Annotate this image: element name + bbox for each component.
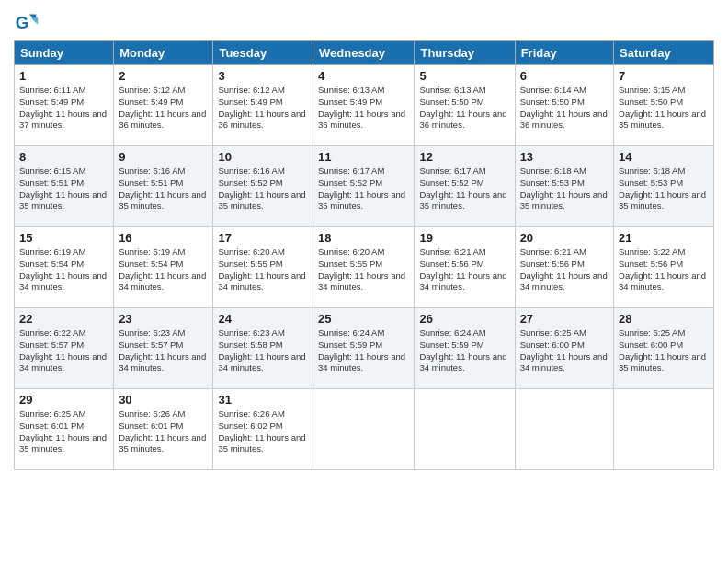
day-cell: 25 Sunrise: 6:24 AMSunset: 5:59 PMDaylig… bbox=[313, 308, 415, 389]
day-number: 8 bbox=[19, 150, 108, 164]
day-detail: Sunrise: 6:25 AMSunset: 6:00 PMDaylight:… bbox=[619, 327, 706, 373]
weekday-tuesday: Tuesday bbox=[213, 41, 313, 65]
day-detail: Sunrise: 6:18 AMSunset: 5:53 PMDaylight:… bbox=[520, 166, 608, 211]
day-cell: 6 Sunrise: 6:14 AMSunset: 5:50 PMDayligh… bbox=[515, 65, 613, 146]
day-number: 1 bbox=[19, 69, 108, 83]
weekday-monday: Monday bbox=[114, 41, 213, 65]
day-cell bbox=[415, 389, 515, 470]
day-detail: Sunrise: 6:22 AMSunset: 5:56 PMDaylight:… bbox=[619, 247, 706, 292]
day-cell: 16 Sunrise: 6:19 AMSunset: 5:54 PMDaylig… bbox=[114, 227, 213, 308]
day-number: 25 bbox=[318, 312, 409, 326]
day-cell: 3 Sunrise: 6:12 AMSunset: 5:49 PMDayligh… bbox=[213, 65, 313, 146]
day-cell: 26 Sunrise: 6:24 AMSunset: 5:59 PMDaylig… bbox=[415, 308, 515, 389]
day-number: 10 bbox=[218, 150, 308, 164]
day-cell: 7 Sunrise: 6:15 AMSunset: 5:50 PMDayligh… bbox=[614, 65, 714, 146]
day-number: 17 bbox=[218, 231, 308, 245]
day-number: 23 bbox=[119, 312, 208, 326]
day-detail: Sunrise: 6:24 AMSunset: 5:59 PMDaylight:… bbox=[419, 327, 506, 373]
day-number: 20 bbox=[520, 231, 609, 245]
day-detail: Sunrise: 6:25 AMSunset: 6:00 PMDaylight:… bbox=[520, 327, 608, 373]
day-cell bbox=[614, 389, 714, 470]
day-detail: Sunrise: 6:19 AMSunset: 5:54 PMDaylight:… bbox=[19, 247, 107, 292]
day-cell: 8 Sunrise: 6:15 AMSunset: 5:51 PMDayligh… bbox=[15, 146, 114, 227]
page: G SundayMondayTuesdayWednesdayThursdayFr… bbox=[0, 0, 728, 479]
week-row-4: 22 Sunrise: 6:22 AMSunset: 5:57 PMDaylig… bbox=[15, 308, 714, 389]
day-detail: Sunrise: 6:23 AMSunset: 5:57 PMDaylight:… bbox=[119, 327, 206, 373]
weekday-header-row: SundayMondayTuesdayWednesdayThursdayFrid… bbox=[15, 41, 714, 65]
day-cell: 19 Sunrise: 6:21 AMSunset: 5:56 PMDaylig… bbox=[415, 227, 515, 308]
day-number: 21 bbox=[619, 231, 709, 245]
day-detail: Sunrise: 6:25 AMSunset: 6:01 PMDaylight:… bbox=[19, 408, 107, 454]
week-row-2: 8 Sunrise: 6:15 AMSunset: 5:51 PMDayligh… bbox=[15, 146, 714, 227]
day-number: 31 bbox=[218, 393, 308, 407]
logo: G bbox=[14, 9, 43, 35]
weekday-thursday: Thursday bbox=[415, 41, 515, 65]
week-row-1: 1 Sunrise: 6:11 AMSunset: 5:49 PMDayligh… bbox=[15, 65, 714, 146]
day-cell: 30 Sunrise: 6:26 AMSunset: 6:01 PMDaylig… bbox=[114, 389, 213, 470]
day-number: 6 bbox=[520, 69, 609, 83]
day-number: 18 bbox=[318, 231, 409, 245]
day-cell: 24 Sunrise: 6:23 AMSunset: 5:58 PMDaylig… bbox=[213, 308, 313, 389]
day-cell: 20 Sunrise: 6:21 AMSunset: 5:56 PMDaylig… bbox=[515, 227, 613, 308]
day-detail: Sunrise: 6:14 AMSunset: 5:50 PMDaylight:… bbox=[520, 85, 608, 130]
day-detail: Sunrise: 6:11 AMSunset: 5:49 PMDaylight:… bbox=[19, 85, 107, 130]
day-detail: Sunrise: 6:16 AMSunset: 5:51 PMDaylight:… bbox=[119, 166, 206, 211]
day-detail: Sunrise: 6:18 AMSunset: 5:53 PMDaylight:… bbox=[619, 166, 706, 211]
calendar: SundayMondayTuesdayWednesdayThursdayFrid… bbox=[14, 40, 714, 470]
day-number: 2 bbox=[119, 69, 208, 83]
day-cell: 10 Sunrise: 6:16 AMSunset: 5:52 PMDaylig… bbox=[213, 146, 313, 227]
day-detail: Sunrise: 6:21 AMSunset: 5:56 PMDaylight:… bbox=[520, 247, 608, 292]
weekday-wednesday: Wednesday bbox=[313, 41, 415, 65]
day-number: 16 bbox=[119, 231, 208, 245]
day-cell: 27 Sunrise: 6:25 AMSunset: 6:00 PMDaylig… bbox=[515, 308, 613, 389]
day-number: 29 bbox=[19, 393, 108, 407]
day-number: 3 bbox=[218, 69, 308, 83]
day-number: 26 bbox=[419, 312, 509, 326]
day-detail: Sunrise: 6:21 AMSunset: 5:56 PMDaylight:… bbox=[419, 247, 506, 292]
day-cell bbox=[313, 389, 415, 470]
day-detail: Sunrise: 6:22 AMSunset: 5:57 PMDaylight:… bbox=[19, 327, 107, 373]
week-row-5: 29 Sunrise: 6:25 AMSunset: 6:01 PMDaylig… bbox=[15, 389, 714, 470]
day-cell: 21 Sunrise: 6:22 AMSunset: 5:56 PMDaylig… bbox=[614, 227, 714, 308]
day-number: 28 bbox=[619, 312, 709, 326]
day-cell bbox=[515, 389, 613, 470]
day-detail: Sunrise: 6:12 AMSunset: 5:49 PMDaylight:… bbox=[119, 85, 206, 130]
day-number: 5 bbox=[419, 69, 509, 83]
day-cell: 13 Sunrise: 6:18 AMSunset: 5:53 PMDaylig… bbox=[515, 146, 613, 227]
svg-text:G: G bbox=[16, 13, 29, 32]
day-number: 27 bbox=[520, 312, 609, 326]
day-cell: 15 Sunrise: 6:19 AMSunset: 5:54 PMDaylig… bbox=[15, 227, 114, 308]
day-detail: Sunrise: 6:26 AMSunset: 6:01 PMDaylight:… bbox=[119, 408, 206, 454]
day-cell: 23 Sunrise: 6:23 AMSunset: 5:57 PMDaylig… bbox=[114, 308, 213, 389]
day-number: 15 bbox=[19, 231, 108, 245]
weekday-friday: Friday bbox=[515, 41, 613, 65]
day-number: 19 bbox=[419, 231, 509, 245]
day-cell: 1 Sunrise: 6:11 AMSunset: 5:49 PMDayligh… bbox=[15, 65, 114, 146]
day-number: 11 bbox=[318, 150, 409, 164]
day-cell: 22 Sunrise: 6:22 AMSunset: 5:57 PMDaylig… bbox=[15, 308, 114, 389]
day-cell: 17 Sunrise: 6:20 AMSunset: 5:55 PMDaylig… bbox=[213, 227, 313, 308]
week-row-3: 15 Sunrise: 6:19 AMSunset: 5:54 PMDaylig… bbox=[15, 227, 714, 308]
day-cell: 28 Sunrise: 6:25 AMSunset: 6:00 PMDaylig… bbox=[614, 308, 714, 389]
day-detail: Sunrise: 6:20 AMSunset: 5:55 PMDaylight:… bbox=[218, 247, 305, 292]
day-cell: 29 Sunrise: 6:25 AMSunset: 6:01 PMDaylig… bbox=[15, 389, 114, 470]
day-number: 9 bbox=[119, 150, 208, 164]
day-detail: Sunrise: 6:15 AMSunset: 5:50 PMDaylight:… bbox=[619, 85, 706, 130]
day-cell: 12 Sunrise: 6:17 AMSunset: 5:52 PMDaylig… bbox=[415, 146, 515, 227]
day-cell: 2 Sunrise: 6:12 AMSunset: 5:49 PMDayligh… bbox=[114, 65, 213, 146]
day-detail: Sunrise: 6:26 AMSunset: 6:02 PMDaylight:… bbox=[218, 408, 305, 454]
day-number: 7 bbox=[619, 69, 709, 83]
day-cell: 5 Sunrise: 6:13 AMSunset: 5:50 PMDayligh… bbox=[415, 65, 515, 146]
day-number: 24 bbox=[218, 312, 308, 326]
svg-marker-2 bbox=[31, 17, 38, 24]
day-number: 22 bbox=[19, 312, 108, 326]
day-cell: 4 Sunrise: 6:13 AMSunset: 5:49 PMDayligh… bbox=[313, 65, 415, 146]
day-number: 30 bbox=[119, 393, 208, 407]
day-cell: 9 Sunrise: 6:16 AMSunset: 5:51 PMDayligh… bbox=[114, 146, 213, 227]
day-detail: Sunrise: 6:23 AMSunset: 5:58 PMDaylight:… bbox=[218, 327, 305, 373]
day-cell: 11 Sunrise: 6:17 AMSunset: 5:52 PMDaylig… bbox=[313, 146, 415, 227]
day-detail: Sunrise: 6:20 AMSunset: 5:55 PMDaylight:… bbox=[318, 247, 405, 292]
day-detail: Sunrise: 6:17 AMSunset: 5:52 PMDaylight:… bbox=[318, 166, 405, 211]
day-detail: Sunrise: 6:16 AMSunset: 5:52 PMDaylight:… bbox=[218, 166, 305, 211]
day-detail: Sunrise: 6:12 AMSunset: 5:49 PMDaylight:… bbox=[218, 85, 305, 130]
